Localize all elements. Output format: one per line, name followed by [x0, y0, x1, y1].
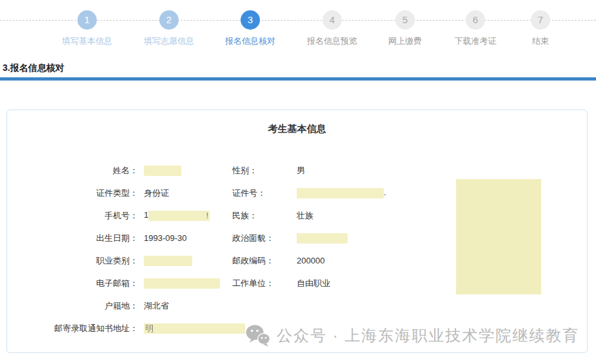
step-label: 填写基本信息	[47, 35, 127, 47]
value-fragment: 1	[144, 210, 148, 220]
step-label: 网上缴费	[365, 35, 445, 47]
section-divider-bar	[0, 77, 596, 81]
field-value-id-number: .	[297, 187, 587, 198]
redacted-value	[297, 188, 384, 198]
watermark: 公众号 · 上海东海职业技术学院继续教育	[246, 324, 579, 347]
field-label-birth-date: 出生日期：	[7, 233, 138, 244]
section-heading: 3.报名信息核对	[3, 62, 65, 74]
registration-review-page: 1 填写基本信息 2 填写志愿信息 3 报名信息核对 4 报名信息预览 5 网上…	[0, 0, 596, 364]
redacted-value	[144, 278, 220, 289]
value-fragment: !	[206, 211, 209, 220]
redacted-value	[297, 233, 348, 244]
step-number-badge[interactable]: 4	[323, 10, 342, 30]
step-number-badge[interactable]: 7	[531, 10, 550, 30]
field-value-occupation	[138, 255, 232, 266]
field-value-phone: 1!	[138, 210, 232, 221]
field-label-employer: 工作单位：	[232, 278, 297, 289]
field-value-postal-code: 200000	[297, 256, 587, 265]
field-label-phone: 手机号：	[7, 210, 138, 222]
field-label-household-registration: 户籍地：	[7, 300, 138, 312]
form-row-name-gender: 姓名： 性别： 男	[7, 159, 587, 182]
candidate-photo-placeholder	[456, 179, 541, 294]
step-label: 报名信息核对	[210, 35, 290, 47]
value-fragment: 明	[145, 323, 154, 334]
field-label-gender: 性别：	[232, 165, 297, 177]
field-value-employer: 自由职业	[297, 278, 587, 289]
field-value-mailing-address: 明	[138, 323, 232, 334]
step-number-badge[interactable]: 1	[77, 10, 97, 30]
form-row-household: 户籍地： 湖北省	[7, 294, 587, 317]
step-number-badge[interactable]: 2	[159, 10, 179, 30]
step-label: 填写志愿信息	[129, 35, 209, 47]
field-label-id-number: 证件号：	[232, 187, 297, 199]
field-label-email: 电子邮箱：	[7, 278, 138, 289]
redacted-value	[144, 256, 192, 266]
field-label-postal-code: 邮政编码：	[232, 255, 297, 267]
field-label-occupation: 职业类别：	[7, 255, 138, 267]
progress-stepper: 1 填写基本信息 2 填写志愿信息 3 报名信息核对 4 报名信息预览 5 网上…	[0, 0, 596, 58]
field-value-birth-date: 1993-09-30	[138, 233, 232, 243]
step-label: 报名信息预览	[292, 35, 372, 47]
field-value-name	[138, 165, 232, 176]
field-value-id-type: 身份证	[138, 187, 232, 199]
step-3-verify-registration-info[interactable]: 3 报名信息核对	[210, 10, 290, 47]
field-label-ethnicity: 民族：	[232, 210, 297, 222]
field-label-political-status: 政治面貌：	[232, 233, 297, 244]
step-2-fill-preference-info[interactable]: 2 填写志愿信息	[129, 10, 209, 47]
field-label-id-type: 证件类型：	[7, 187, 138, 199]
panel-title: 考生基本信息	[7, 123, 587, 135]
step-1-fill-basic-info[interactable]: 1 填写基本信息	[47, 10, 127, 47]
value-fragment: .	[384, 187, 386, 197]
field-value-household-registration: 湖北省	[138, 300, 232, 312]
step-number-badge[interactable]: 5	[395, 10, 415, 30]
redacted-value: 明	[144, 323, 245, 334]
step-4-preview-registration-info[interactable]: 4 报名信息预览	[292, 10, 372, 47]
field-value-email	[138, 278, 232, 289]
redacted-value: !	[148, 211, 210, 221]
redacted-value	[144, 166, 181, 176]
field-label-name: 姓名：	[7, 165, 138, 177]
step-number-badge[interactable]: 6	[466, 10, 485, 30]
candidate-info-panel: 考生基本信息 姓名： 性别： 男 证件类型： 身份证 证件号： . 手机号： 1…	[6, 110, 588, 353]
field-value-ethnicity: 壮族	[297, 210, 587, 222]
watermark-text: 公众号 · 上海东海职业技术学院继续教育	[277, 325, 579, 346]
field-value-gender: 男	[297, 165, 587, 177]
field-value-political-status	[297, 233, 587, 244]
step-7-finish[interactable]: 7 结束	[501, 10, 581, 47]
wechat-chat-bubbles-icon	[246, 324, 270, 347]
field-label-mailing-address: 邮寄录取通知书地址：	[7, 323, 138, 334]
step-label: 结束	[501, 35, 581, 47]
step-number-badge[interactable]: 3	[241, 10, 260, 30]
step-5-online-payment[interactable]: 5 网上缴费	[365, 10, 445, 47]
